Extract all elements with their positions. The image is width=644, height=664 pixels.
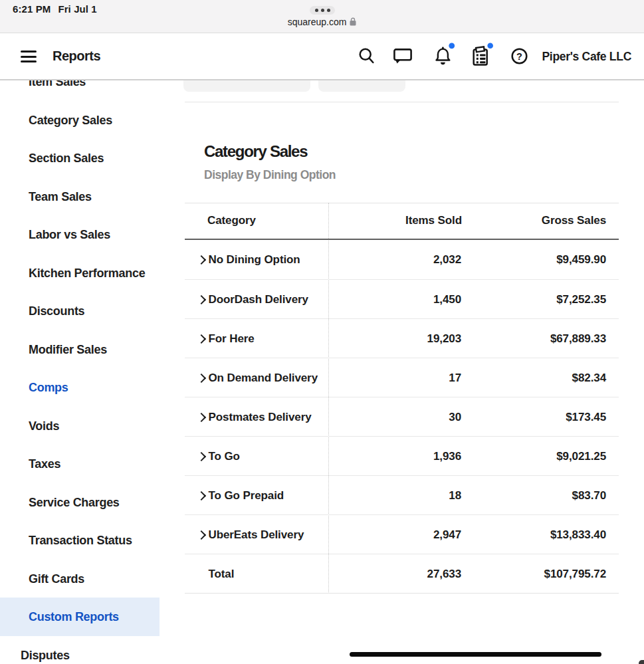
svg-text:?: ?	[516, 51, 522, 62]
